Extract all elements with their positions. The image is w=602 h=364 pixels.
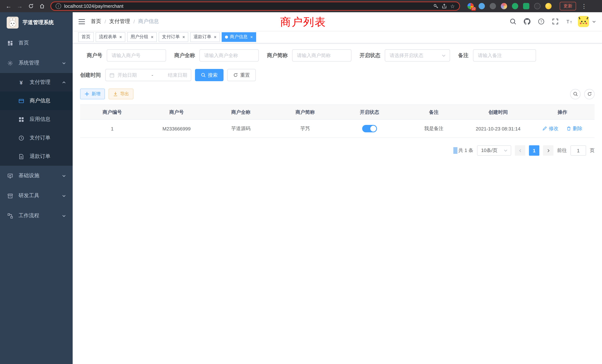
breadcrumb-home[interactable]: 首页 [91,18,101,25]
update-button[interactable]: 更新 [560,2,576,10]
col-header-merchant-id: 商户编号 [80,105,144,119]
close-icon[interactable]: × [213,35,216,39]
close-icon[interactable]: × [249,35,253,39]
page-size-select[interactable]: 10条/页 [477,145,511,156]
docs-help-icon[interactable]: ? [536,16,547,27]
delete-link[interactable]: 删除 [566,125,582,132]
page-number-button[interactable]: 1 [529,145,539,156]
sidebar-item-devtools[interactable]: 研发工具 [0,186,73,206]
breadcrumb-separator: / [133,19,135,24]
extension-icon-knot[interactable] [534,3,540,9]
table-header-row: 商户编号 商户号 商户全称 商户简称 开启状态 备注 创建时间 操作 [80,105,595,119]
fullscreen-icon[interactable] [550,16,561,27]
remark-input[interactable] [473,49,536,62]
tab-home[interactable]: 首页 [78,32,94,42]
remark-label: 备注 [458,52,469,59]
active-tab-dot [225,35,228,38]
reset-button[interactable]: 重置 [227,69,256,81]
status-select[interactable]: 请选择开启状态 [385,49,450,62]
sidebar-item-home[interactable]: 首页 [0,33,73,53]
sidebar-item-workflow[interactable]: 工作流程 [0,206,73,226]
sidebar-item-app-info[interactable]: 应用信息 [0,110,73,129]
cell-create-time: 2021-10-23 08:31:14 [466,119,530,138]
page-annotation: 商户列表 [280,15,326,30]
edit-link[interactable]: 修改 [542,125,559,132]
cell-merchant-short: 芋艿 [273,119,337,138]
refresh-table-icon[interactable] [584,89,595,99]
merchant-name-input[interactable] [199,49,259,62]
filter-row-1: 商户号 商户全称 商户简称 开启状态 请选择开启状态 备注 [80,49,595,62]
github-icon[interactable] [522,16,533,27]
date-range-picker[interactable]: 开始日期 - 结束日期 [105,69,191,81]
close-icon[interactable]: × [150,35,153,39]
forward-icon[interactable]: → [15,1,24,11]
selection-highlight [453,147,458,154]
extension-icon-colorful[interactable]: 10 [467,3,474,9]
reload-icon[interactable] [26,1,36,11]
font-size-icon[interactable]: TT [564,16,575,27]
extension-icon-blue-drop[interactable] [479,3,485,9]
main-panel: 首页 / 支付管理 / 商户信息 商户列表 ? [73,12,602,364]
user-avatar[interactable] [578,16,589,27]
goto-page-input[interactable] [570,145,586,156]
payment-menu-group: ¥ 支付管理 商户信息 应用信息 [0,73,73,166]
extension-icon-rainbow[interactable] [501,3,507,9]
hamburger-icon[interactable] [73,18,91,25]
share-icon[interactable] [442,3,447,9]
pay-order-clock-icon [18,135,24,141]
toolbox-icon [7,193,13,199]
tab-refund-order[interactable]: 退款订单 × [190,32,220,42]
sidebar-item-pay-order[interactable]: 支付订单 [0,129,73,147]
bookmark-star-icon[interactable]: ☆ [450,3,455,9]
page-info-icon[interactable]: i [56,3,61,9]
home-icon[interactable] [37,1,47,11]
sidebar-item-system[interactable]: 系统管理 [0,53,73,73]
extension-icon-dark[interactable] [490,3,496,9]
refund-doc-icon [18,154,24,159]
date-end-placeholder: 结束日期 [168,72,187,78]
address-bar[interactable]: i localhost:1024/pay/merchant ☆ [50,1,460,11]
browser-menu-icon[interactable]: ⋮ [580,3,588,10]
cell-status [337,119,402,138]
sidebar-item-payment[interactable]: ¥ 支付管理 [0,73,73,92]
sidebar-logo-row[interactable]: 芋道管理系统 [0,12,73,33]
chevron-down-icon [62,214,66,218]
tab-process-form[interactable]: 流程表单 × [96,32,125,42]
svg-text:T: T [566,19,569,24]
header-search-icon[interactable] [507,16,519,27]
tab-label: 流程表单 [99,34,117,40]
col-header-create-time: 创建时间 [466,105,530,119]
tab-user-group[interactable]: 用户分组 × [127,32,157,42]
prev-page-icon[interactable] [515,145,525,156]
sidebar-item-refund-order[interactable]: 退款订单 [0,147,73,166]
status-toggle[interactable] [362,125,377,132]
extension-icon-green-square[interactable] [523,3,529,9]
avatar-caret-icon[interactable] [592,20,596,23]
merchant-table: 商户编号 商户号 商户全称 商户简称 开启状态 备注 创建时间 操作 1 [80,105,595,138]
tab-label: 退款订单 [194,34,211,40]
close-icon[interactable]: × [182,35,185,39]
search-button[interactable]: 搜索 [195,69,224,81]
tab-merchant-info[interactable]: 商户信息 × [222,32,256,42]
export-button[interactable]: 导出 [109,89,133,99]
breadcrumb-payment[interactable]: 支付管理 [109,18,130,25]
back-icon[interactable]: ← [4,1,13,11]
tab-pay-order[interactable]: 支付订单 × [159,32,188,42]
next-page-icon[interactable] [543,145,553,156]
merchant-no-input[interactable] [107,49,166,62]
password-key-icon[interactable] [433,3,439,9]
cell-merchant-no: M233666999 [144,119,209,138]
table-toolbar: 新增 导出 [80,89,595,99]
toggle-search-icon[interactable] [570,89,580,99]
add-button[interactable]: 新增 [80,89,105,99]
sidebar-item-merchant-info[interactable]: 商户信息 [0,92,73,110]
close-icon[interactable]: × [119,35,122,39]
extension-icon-emoji[interactable] [545,3,552,9]
extension-icon-green-check[interactable] [512,3,518,9]
extension-badge: 10 [471,7,476,11]
merchant-short-input[interactable] [292,49,351,62]
chevron-up-icon [62,80,66,84]
sidebar-item-infra[interactable]: 基础设施 [0,166,73,186]
status-label: 开启状态 [360,52,380,59]
chevron-down-icon [503,148,508,153]
